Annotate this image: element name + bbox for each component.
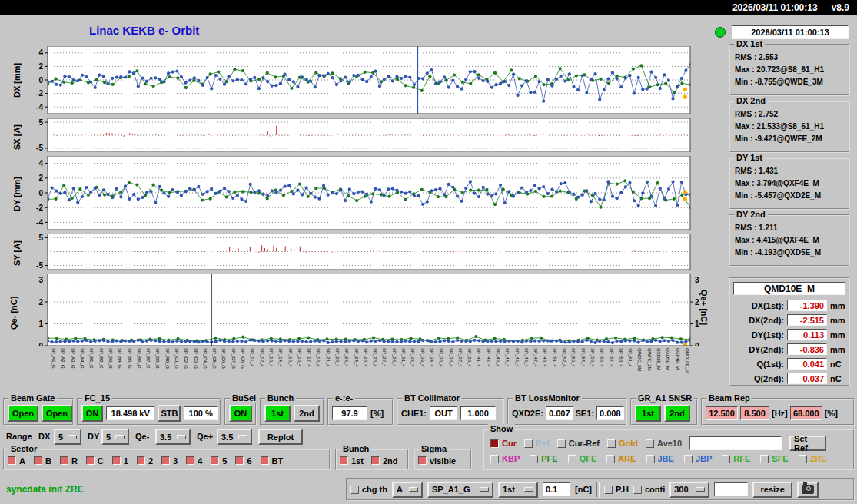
svg-text:SP_B3_G: SP_B3_G xyxy=(108,348,113,369)
fc15-on-button[interactable]: ON xyxy=(81,405,103,422)
chg-th-toggle[interactable] xyxy=(350,486,359,494)
gr-snsr-2nd-button[interactable]: 2nd xyxy=(664,405,690,422)
device-optionmenu[interactable]: SP_A1_G xyxy=(427,482,493,498)
conti-group: conti xyxy=(633,485,665,494)
svg-text:SP_A1_G: SP_A1_G xyxy=(51,348,56,369)
bunch-2nd-button[interactable]: 2nd xyxy=(294,405,320,422)
svg-text:SP_16_4: SP_16_4 xyxy=(297,348,302,367)
svg-text:SP_33_4: SP_33_4 xyxy=(420,348,425,367)
bunch-1st-button[interactable]: 1st xyxy=(264,405,291,422)
resize-button[interactable]: resize xyxy=(752,482,792,498)
show-curve-toggle-cur[interactable] xyxy=(490,439,499,448)
svg-text:QWDE_3M: QWDE_3M xyxy=(637,348,642,371)
snapshot-button[interactable] xyxy=(797,482,819,498)
sector-toggle-r[interactable] xyxy=(60,456,68,465)
bunch-optionmenu[interactable]: 1st xyxy=(498,482,538,498)
range-qe-minus-optionmenu[interactable]: 3.5 xyxy=(155,429,191,445)
selected-monitor-rows: DX(1st):-1.390mmDX(2nd):-2.515mmDY(1st):… xyxy=(732,298,847,386)
page-title: Linac KEKB e- Orbit xyxy=(89,24,199,37)
range-dy-optionmenu[interactable]: 5 xyxy=(101,429,129,445)
show-curve-toggle-gold[interactable] xyxy=(607,439,616,448)
bunch-select-item-1st: 1st xyxy=(340,456,364,466)
svg-text:SP_C6_G: SP_C6_G xyxy=(221,348,226,369)
show-region-toggle-zre[interactable] xyxy=(799,455,807,463)
show-curve-item-ave10: Ave10 xyxy=(646,439,682,448)
monitor-row-unit: mm xyxy=(830,301,845,310)
sector-label-c: C xyxy=(98,456,104,466)
show-region-toggle-pfe[interactable] xyxy=(530,455,538,463)
beam-gate-open1-button[interactable]: Open xyxy=(8,405,38,422)
monitor-row-value: -2.515 xyxy=(787,314,827,326)
sector-optionmenu[interactable]: A xyxy=(392,482,423,498)
set-ref-button[interactable]: Set Ref xyxy=(789,436,826,451)
sector-label-4: 4 xyxy=(198,456,202,466)
titlebar: 2026/03/11 01:00:13 v8.9 xyxy=(0,0,857,15)
sigma-item-visible: visible xyxy=(418,456,456,466)
titlebar-version: v8.9 xyxy=(832,2,849,13)
monitor-row-value: 0.037 xyxy=(787,373,827,384)
show-region-toggle-sfe[interactable] xyxy=(760,455,769,463)
ph-toggle[interactable] xyxy=(604,486,613,494)
show-curve-toggle-cur-ref[interactable] xyxy=(557,439,566,448)
bunch-select-toggle-1st[interactable] xyxy=(340,456,348,465)
show-curve-label-cur-ref: Cur-Ref xyxy=(569,439,600,448)
dx-1st-stats-frame: DX 1st RMS : 2.553 Max : 20.723@S8_61_H1… xyxy=(729,44,850,96)
beam-gate-open2-button[interactable]: Open xyxy=(42,405,72,422)
sigma-toggle-visible[interactable] xyxy=(418,456,427,465)
dx-1st-max: Max : 20.723@S8_61_H1 xyxy=(735,64,847,76)
ref-file-input[interactable] xyxy=(689,436,782,450)
range-qe-plus-optionmenu[interactable]: 3.5 xyxy=(217,429,252,445)
conti-toggle[interactable] xyxy=(633,486,642,494)
ee-ratio-unit: [%] xyxy=(370,409,384,418)
range-dx-optionmenu[interactable]: 5 xyxy=(54,429,81,445)
busel-on-button[interactable]: ON xyxy=(229,405,252,422)
show-region-toggle-jbe[interactable] xyxy=(646,455,655,463)
monitor-row: DX(2nd):-2.515mm xyxy=(732,313,847,327)
show-curve-label-cur: Cur xyxy=(502,439,517,448)
fc15-stb-button[interactable]: STB xyxy=(158,405,181,422)
busel-title: BuSel xyxy=(230,393,258,403)
repeat-optionmenu[interactable]: 300 xyxy=(669,482,709,498)
show-region-toggle-kbp[interactable] xyxy=(490,455,499,463)
bunch-select-toggle-2nd[interactable] xyxy=(371,456,380,465)
sector-toggle-3[interactable] xyxy=(161,456,170,465)
svg-text:SP_56_4: SP_56_4 xyxy=(600,348,604,367)
sector-toggle-bt[interactable] xyxy=(261,456,269,465)
show-region-toggle-rfe[interactable] xyxy=(722,455,730,463)
monitor-row-label: DX(2nd): xyxy=(739,316,784,325)
sector-title: Sector xyxy=(8,444,39,453)
replot-button[interactable]: Replot xyxy=(258,429,303,445)
svg-text:SP_41_4: SP_41_4 xyxy=(477,348,481,367)
monitor-row-unit: nC xyxy=(830,360,845,369)
show-region-toggle-jbp[interactable] xyxy=(684,455,693,463)
sigma-label-visible: visible xyxy=(430,456,456,466)
optionmenu-mark-icon xyxy=(68,435,77,439)
show-region-label-qfe: QFE xyxy=(580,454,597,463)
threshold-input[interactable] xyxy=(543,482,570,496)
bt-collimator-title: BT Collimator xyxy=(402,393,462,403)
beam-gate-frame: Beam Gate Open Open xyxy=(3,398,74,426)
sector-toggle-1[interactable] xyxy=(112,456,121,465)
gr-snsr-1st-button[interactable]: 1st xyxy=(635,405,661,422)
sector-toggle-a[interactable] xyxy=(8,456,16,465)
sector-toggle-6[interactable] xyxy=(235,456,244,465)
beam-rep-v3-display: 68.000 xyxy=(790,406,822,420)
sector-toggle-4[interactable] xyxy=(186,456,194,465)
svg-text:SP_24_4: SP_24_4 xyxy=(354,348,359,367)
monitor-row-value: -1.390 xyxy=(787,300,827,311)
show-region-label-jbe: JBE xyxy=(658,454,674,463)
sector-toggle-5[interactable] xyxy=(211,456,219,465)
sector-toggle-c[interactable] xyxy=(86,456,95,465)
show-region-toggle-are[interactable] xyxy=(606,455,615,463)
show-curve-toggle-ave10[interactable] xyxy=(646,439,654,448)
show-curve-toggle-ref[interactable] xyxy=(524,439,533,448)
ph-group: P.H xyxy=(604,485,629,494)
separator xyxy=(596,482,600,497)
sector-toggle-2[interactable] xyxy=(137,456,145,465)
sector-toggle-b[interactable] xyxy=(34,456,42,465)
extra-input[interactable] xyxy=(714,482,748,496)
svg-text:SP_B1_G: SP_B1_G xyxy=(89,348,94,369)
svg-text:SP_B7_G: SP_B7_G xyxy=(146,348,151,369)
sigma-title: Sigma xyxy=(419,444,449,453)
show-region-toggle-qfe[interactable] xyxy=(568,455,576,463)
